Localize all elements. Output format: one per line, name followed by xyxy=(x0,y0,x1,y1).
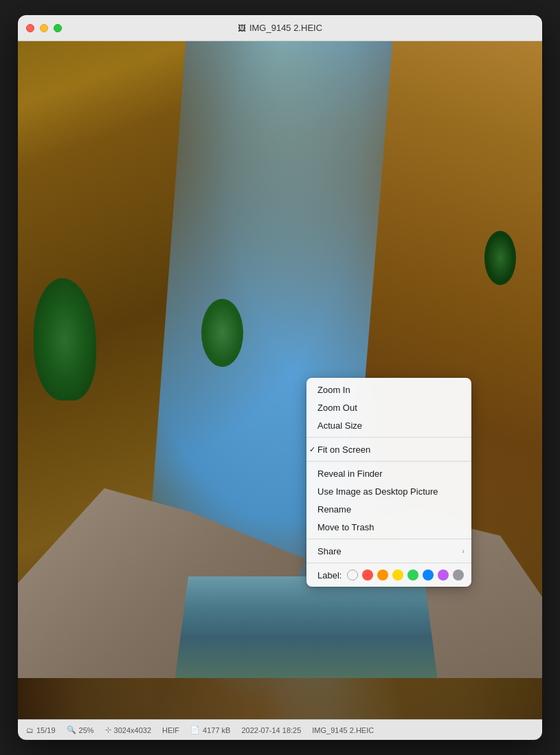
zoom-icon: 🔍 xyxy=(67,725,76,734)
river xyxy=(175,576,438,678)
status-item-dimensions: ⊹ 3024x4032 xyxy=(105,725,151,734)
menu-label-share: Share xyxy=(317,546,341,556)
window-title: 🖼 IMG_9145 2.HEIC xyxy=(238,23,322,33)
menu-separator-1 xyxy=(306,437,471,438)
menu-label-reveal-finder: Reveal in Finder xyxy=(317,469,383,479)
preview-window: 🖼 IMG_9145 2.HEIC Zoom In Zoom Out xyxy=(18,15,542,740)
menu-item-reveal-finder[interactable]: Reveal in Finder xyxy=(306,464,471,482)
submenu-arrow-icon: › xyxy=(462,547,464,555)
menu-separator-3 xyxy=(306,539,471,539)
menu-label-use-desktop: Use Image as Desktop Picture xyxy=(317,486,438,497)
label-color-red[interactable] xyxy=(362,570,373,581)
menu-item-move-trash[interactable]: Move to Trash xyxy=(306,518,471,536)
menu-item-rename[interactable]: Rename xyxy=(306,500,471,518)
menu-item-actual-size[interactable]: Actual Size xyxy=(306,416,471,434)
label-color-blue[interactable] xyxy=(423,570,434,581)
label-color-gray[interactable] xyxy=(453,570,464,581)
traffic-lights xyxy=(26,24,62,32)
status-filesize: 4177 kB xyxy=(203,726,230,734)
status-item-format: HEIF xyxy=(162,726,179,734)
context-menu: Zoom In Zoom Out Actual Size ✓ Fit on Sc… xyxy=(306,378,471,587)
menu-label-fit-on-screen: Fit on Screen xyxy=(317,444,370,455)
vegetation-center xyxy=(201,299,243,367)
status-count: 15/19 xyxy=(36,726,56,734)
close-button[interactable] xyxy=(26,24,34,32)
titlebar: 🖼 IMG_9145 2.HEIC xyxy=(18,15,542,41)
label-dots xyxy=(347,570,464,581)
maximize-button[interactable] xyxy=(54,24,62,32)
menu-item-share[interactable]: Share › xyxy=(306,542,471,560)
label-color-yellow[interactable] xyxy=(392,570,403,581)
menu-item-zoom-in[interactable]: Zoom In xyxy=(306,381,471,398)
status-item-count: 🗂 15/19 xyxy=(26,726,56,734)
label-row: Label: xyxy=(306,566,471,584)
title-text: IMG_9145 2.HEIC xyxy=(249,23,322,33)
menu-item-zoom-out[interactable]: Zoom Out xyxy=(306,398,471,416)
menu-separator-4 xyxy=(306,563,471,563)
menu-separator-2 xyxy=(306,461,471,462)
label-color-green[interactable] xyxy=(407,570,418,581)
label-color-purple[interactable] xyxy=(438,570,449,581)
status-filename: IMG_9145 2.HEIC xyxy=(312,726,374,734)
menu-label-zoom-in: Zoom In xyxy=(317,385,350,395)
menu-label-move-trash: Move to Trash xyxy=(317,522,374,532)
status-item-date: 2022-07-14 18:25 xyxy=(241,726,301,734)
dimensions-icon: ⊹ xyxy=(105,725,111,734)
file-icon: 🖼 xyxy=(238,23,246,33)
menu-item-fit-on-screen[interactable]: ✓ Fit on Screen xyxy=(306,440,471,458)
checkmark-icon: ✓ xyxy=(309,445,315,454)
label-text: Label: xyxy=(317,570,341,581)
vegetation-right xyxy=(484,231,516,285)
menu-item-use-desktop[interactable]: Use Image as Desktop Picture xyxy=(306,482,471,500)
minimize-button[interactable] xyxy=(40,24,48,32)
status-format: HEIF xyxy=(162,726,179,734)
image-area[interactable]: Zoom In Zoom Out Actual Size ✓ Fit on Sc… xyxy=(18,41,542,719)
label-color-orange[interactable] xyxy=(377,570,388,581)
status-date: 2022-07-14 18:25 xyxy=(241,726,301,734)
folder-icon: 🗂 xyxy=(26,726,34,734)
file-icon-status: 📄 xyxy=(190,725,200,734)
menu-label-rename: Rename xyxy=(317,504,351,515)
statusbar: 🗂 15/19 🔍 25% ⊹ 3024x4032 HEIF 📄 4177 kB… xyxy=(18,719,542,740)
status-zoom: 25% xyxy=(79,726,94,734)
label-color-none[interactable] xyxy=(347,570,358,581)
status-item-zoom: 🔍 25% xyxy=(67,725,94,734)
status-item-filename: IMG_9145 2.HEIC xyxy=(312,726,374,734)
status-item-filesize: 📄 4177 kB xyxy=(190,725,230,734)
status-dimensions: 3024x4032 xyxy=(114,726,151,734)
menu-label-zoom-out: Zoom Out xyxy=(317,403,357,413)
menu-label-actual-size: Actual Size xyxy=(317,420,362,431)
